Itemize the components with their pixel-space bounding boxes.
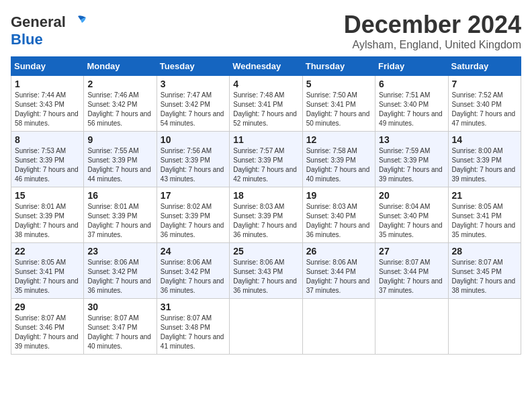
day-number: 16 <box>87 190 152 201</box>
calendar-cell: 18Sunrise: 8:03 AMSunset: 3:39 PMDayligh… <box>230 187 302 243</box>
title-area: December 2024 Aylsham, England, United K… <box>344 11 521 51</box>
calendar-cell: 4Sunrise: 7:48 AMSunset: 3:41 PMDaylight… <box>230 76 302 132</box>
weekday-header-wednesday: Wednesday <box>230 57 302 76</box>
day-info: Sunrise: 7:55 AMSunset: 3:39 PMDaylight:… <box>87 146 152 184</box>
calendar-cell: 13Sunrise: 7:59 AMSunset: 3:39 PMDayligh… <box>375 132 448 187</box>
day-info: Sunrise: 8:07 AMSunset: 3:46 PMDaylight:… <box>15 314 80 351</box>
calendar-table: SundayMondayTuesdayWednesdayThursdayFrid… <box>11 56 521 355</box>
weekday-header-tuesday: Tuesday <box>157 57 229 76</box>
day-info: Sunrise: 8:05 AMSunset: 3:41 PMDaylight:… <box>15 258 80 295</box>
calendar-cell <box>448 299 521 355</box>
calendar-cell: 2Sunrise: 7:46 AMSunset: 3:42 PMDaylight… <box>84 76 157 132</box>
day-number: 18 <box>233 190 298 201</box>
calendar-cell: 29Sunrise: 8:07 AMSunset: 3:46 PMDayligh… <box>11 299 84 355</box>
calendar-cell: 16Sunrise: 8:01 AMSunset: 3:39 PMDayligh… <box>84 187 157 243</box>
day-number: 31 <box>161 302 226 312</box>
day-info: Sunrise: 7:52 AMSunset: 3:40 PMDaylight:… <box>452 91 517 128</box>
day-info: Sunrise: 7:44 AMSunset: 3:43 PMDaylight:… <box>15 91 80 128</box>
location-title: Aylsham, England, United Kingdom <box>344 39 521 51</box>
calendar-cell <box>230 299 302 355</box>
day-number: 25 <box>233 246 298 257</box>
day-number: 20 <box>379 190 444 201</box>
calendar-week-row: 15Sunrise: 8:01 AMSunset: 3:39 PMDayligh… <box>11 187 521 243</box>
day-number: 21 <box>452 190 517 201</box>
month-title: December 2024 <box>344 11 521 39</box>
day-info: Sunrise: 7:53 AMSunset: 3:39 PMDaylight:… <box>15 146 80 184</box>
day-info: Sunrise: 7:56 AMSunset: 3:39 PMDaylight:… <box>161 146 226 184</box>
calendar-week-row: 1Sunrise: 7:44 AMSunset: 3:43 PMDaylight… <box>11 76 521 132</box>
day-info: Sunrise: 8:06 AMSunset: 3:42 PMDaylight:… <box>87 258 152 295</box>
calendar-cell <box>302 299 375 355</box>
calendar-cell: 14Sunrise: 8:00 AMSunset: 3:39 PMDayligh… <box>448 132 521 187</box>
day-info: Sunrise: 8:05 AMSunset: 3:41 PMDaylight:… <box>452 202 517 240</box>
day-number: 9 <box>87 134 152 145</box>
calendar-cell: 23Sunrise: 8:06 AMSunset: 3:42 PMDayligh… <box>84 243 157 299</box>
day-number: 11 <box>233 134 298 145</box>
day-info: Sunrise: 8:07 AMSunset: 3:48 PMDaylight:… <box>161 314 226 351</box>
logo: General Blue <box>11 13 89 48</box>
day-info: Sunrise: 7:51 AMSunset: 3:40 PMDaylight:… <box>379 91 444 128</box>
day-number: 26 <box>306 246 371 257</box>
day-info: Sunrise: 8:07 AMSunset: 3:45 PMDaylight:… <box>452 258 517 295</box>
calendar-week-row: 22Sunrise: 8:05 AMSunset: 3:41 PMDayligh… <box>11 243 521 299</box>
day-info: Sunrise: 8:06 AMSunset: 3:42 PMDaylight:… <box>161 258 226 295</box>
calendar-week-row: 29Sunrise: 8:07 AMSunset: 3:46 PMDayligh… <box>11 299 521 355</box>
logo-blue-text: Blue <box>11 31 43 48</box>
day-number: 10 <box>161 134 226 145</box>
day-info: Sunrise: 7:57 AMSunset: 3:39 PMDaylight:… <box>233 146 298 184</box>
day-info: Sunrise: 8:00 AMSunset: 3:39 PMDaylight:… <box>452 146 517 184</box>
weekday-header-sunday: Sunday <box>11 57 84 76</box>
weekday-header-monday: Monday <box>84 57 157 76</box>
day-info: Sunrise: 7:48 AMSunset: 3:41 PMDaylight:… <box>233 91 298 128</box>
calendar-cell: 20Sunrise: 8:04 AMSunset: 3:40 PMDayligh… <box>375 187 448 243</box>
calendar-cell: 26Sunrise: 8:06 AMSunset: 3:44 PMDayligh… <box>302 243 375 299</box>
calendar-cell <box>375 299 448 355</box>
calendar-week-row: 8Sunrise: 7:53 AMSunset: 3:39 PMDaylight… <box>11 132 521 187</box>
day-info: Sunrise: 8:07 AMSunset: 3:44 PMDaylight:… <box>379 258 444 295</box>
calendar-cell: 1Sunrise: 7:44 AMSunset: 3:43 PMDaylight… <box>11 76 84 132</box>
day-number: 13 <box>379 134 444 145</box>
calendar-cell: 3Sunrise: 7:47 AMSunset: 3:42 PMDaylight… <box>157 76 229 132</box>
day-info: Sunrise: 7:58 AMSunset: 3:39 PMDaylight:… <box>306 146 371 184</box>
calendar-cell: 12Sunrise: 7:58 AMSunset: 3:39 PMDayligh… <box>302 132 375 187</box>
day-info: Sunrise: 8:07 AMSunset: 3:47 PMDaylight:… <box>87 314 152 351</box>
calendar-cell: 6Sunrise: 7:51 AMSunset: 3:40 PMDaylight… <box>375 76 448 132</box>
day-number: 30 <box>87 302 152 312</box>
day-number: 22 <box>15 246 80 257</box>
day-number: 3 <box>161 79 226 89</box>
day-info: Sunrise: 8:06 AMSunset: 3:43 PMDaylight:… <box>233 258 298 295</box>
calendar-cell: 19Sunrise: 8:03 AMSunset: 3:40 PMDayligh… <box>302 187 375 243</box>
day-info: Sunrise: 7:46 AMSunset: 3:42 PMDaylight:… <box>87 91 152 128</box>
calendar-cell: 31Sunrise: 8:07 AMSunset: 3:48 PMDayligh… <box>157 299 229 355</box>
day-number: 2 <box>87 79 152 89</box>
calendar-cell: 27Sunrise: 8:07 AMSunset: 3:44 PMDayligh… <box>375 243 448 299</box>
logo-bird-icon <box>67 15 89 30</box>
calendar-cell: 5Sunrise: 7:50 AMSunset: 3:41 PMDaylight… <box>302 76 375 132</box>
calendar-cell: 25Sunrise: 8:06 AMSunset: 3:43 PMDayligh… <box>230 243 302 299</box>
day-number: 4 <box>233 79 298 89</box>
calendar-cell: 15Sunrise: 8:01 AMSunset: 3:39 PMDayligh… <box>11 187 84 243</box>
calendar-header-row: SundayMondayTuesdayWednesdayThursdayFrid… <box>11 57 521 76</box>
day-number: 12 <box>306 134 371 145</box>
calendar-cell: 28Sunrise: 8:07 AMSunset: 3:45 PMDayligh… <box>448 243 521 299</box>
calendar-cell: 21Sunrise: 8:05 AMSunset: 3:41 PMDayligh… <box>448 187 521 243</box>
day-number: 29 <box>15 302 80 312</box>
day-number: 17 <box>161 190 226 201</box>
day-info: Sunrise: 8:03 AMSunset: 3:40 PMDaylight:… <box>306 202 371 240</box>
day-number: 24 <box>161 246 226 257</box>
day-info: Sunrise: 7:59 AMSunset: 3:39 PMDaylight:… <box>379 146 444 184</box>
day-number: 1 <box>15 79 80 89</box>
day-number: 5 <box>306 79 371 89</box>
day-number: 23 <box>87 246 152 257</box>
day-info: Sunrise: 8:04 AMSunset: 3:40 PMDaylight:… <box>379 202 444 240</box>
calendar-cell: 11Sunrise: 7:57 AMSunset: 3:39 PMDayligh… <box>230 132 302 187</box>
day-info: Sunrise: 8:06 AMSunset: 3:44 PMDaylight:… <box>306 258 371 295</box>
calendar-cell: 17Sunrise: 8:02 AMSunset: 3:39 PMDayligh… <box>157 187 229 243</box>
calendar-cell: 9Sunrise: 7:55 AMSunset: 3:39 PMDaylight… <box>84 132 157 187</box>
day-number: 7 <box>452 79 517 89</box>
day-number: 8 <box>15 134 80 145</box>
weekday-header-saturday: Saturday <box>448 57 521 76</box>
calendar-cell: 22Sunrise: 8:05 AMSunset: 3:41 PMDayligh… <box>11 243 84 299</box>
day-info: Sunrise: 8:02 AMSunset: 3:39 PMDaylight:… <box>161 202 226 240</box>
day-number: 19 <box>306 190 371 201</box>
